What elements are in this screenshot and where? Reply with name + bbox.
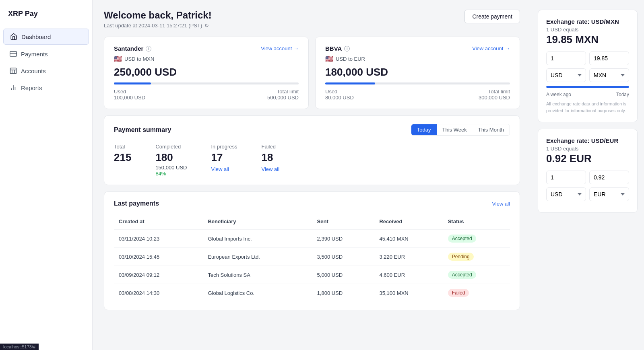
tab-this-month[interactable]: This Month xyxy=(473,124,510,135)
welcome-title: Welcome back, Patrick! xyxy=(104,10,212,21)
cell-received: 3,220 EUR xyxy=(374,248,443,266)
stat-inprogress-value: 17 xyxy=(211,151,237,164)
sidebar-item-reports-label: Reports xyxy=(21,84,42,91)
card-header-bbva: BBVA i View account → xyxy=(325,45,510,52)
exchange-title-usd-eur: Exchange rate: USD/EUR xyxy=(546,137,629,144)
exchange-from-select-usd-eur[interactable]: USD EUR MXN xyxy=(546,187,586,201)
payment-summary-header: Payment summary Today This Week This Mon… xyxy=(114,124,510,136)
sidebar-item-accounts[interactable]: Accounts xyxy=(3,63,89,78)
cell-created-at: 03/10/2024 15:45 xyxy=(114,248,203,266)
account-card-bbva: BBVA i View account → 🇺🇸 USD to EUR 180,… xyxy=(315,37,520,109)
sidebar: XRP Pay Dashboard Payments Accounts Repo… xyxy=(0,0,93,350)
status-badge: Accepted xyxy=(448,235,476,243)
right-panel: Exchange rate: USD/MXN 1 USD equals 19.8… xyxy=(531,0,644,350)
flag-bbva: 🇺🇸 xyxy=(325,55,333,63)
tab-today[interactable]: Today xyxy=(411,124,437,135)
cell-received: 45,410 MXN xyxy=(374,230,443,248)
cell-received: 35,100 MXN xyxy=(374,284,443,302)
stat-failed-value: 18 xyxy=(262,151,280,164)
chart-label-right-usd-mxn: Today xyxy=(616,92,629,97)
account-amount-santander: 250,000 USD xyxy=(114,66,299,78)
sidebar-item-reports[interactable]: Reports xyxy=(3,80,89,95)
view-all-inprogress[interactable]: View all xyxy=(211,166,237,172)
create-payment-button[interactable]: Create payment xyxy=(464,10,520,23)
credit-card-icon xyxy=(10,50,17,58)
cell-beneficiary: European Exports Ltd. xyxy=(203,248,312,266)
flag-santander: 🇺🇸 xyxy=(114,55,122,63)
bank-name-santander: Santander i xyxy=(114,45,151,52)
exchange-inputs-usd-mxn: USD EUR MXN MXN USD EUR xyxy=(546,51,629,82)
status-bar-text: localhost:5173/# xyxy=(3,344,35,349)
exchange-rate-usd-eur: 0.92 EUR xyxy=(546,152,629,165)
sidebar-item-payments-label: Payments xyxy=(21,51,48,58)
cell-status: Failed xyxy=(443,284,510,302)
sidebar-item-accounts-label: Accounts xyxy=(21,68,46,74)
progress-bar-santander xyxy=(114,82,299,84)
header-left: Welcome back, Patrick! Last update at 20… xyxy=(104,10,212,29)
building-icon xyxy=(10,67,17,74)
stat-failed-label: Failed xyxy=(262,144,280,150)
exchange-to-select-usd-eur[interactable]: EUR USD MXN xyxy=(589,187,629,201)
last-payments-section: Last payments View all Created at Benefi… xyxy=(104,191,520,310)
cell-status: Accepted xyxy=(443,266,510,284)
view-account-bbva[interactable]: View account → xyxy=(472,45,510,51)
info-icon-bbva[interactable]: i xyxy=(344,46,350,51)
exchange-to-input-usd-mxn[interactable] xyxy=(589,51,629,65)
cell-sent: 3,500 USD xyxy=(312,248,375,266)
sidebar-item-payments[interactable]: Payments xyxy=(3,46,89,62)
stat-total-label: Total xyxy=(114,144,131,150)
stat-inprogress-label: In progress xyxy=(211,144,237,150)
stat-inprogress: In progress 17 View all xyxy=(211,144,237,177)
sidebar-item-dashboard-label: Dashboard xyxy=(21,33,51,40)
stat-failed: Failed 18 View all xyxy=(262,144,280,177)
view-account-santander[interactable]: View account → xyxy=(261,45,299,51)
account-amount-bbva: 180,000 USD xyxy=(325,66,510,78)
svg-rect-2 xyxy=(10,68,17,74)
svg-rect-0 xyxy=(10,51,17,56)
view-all-payments[interactable]: View all xyxy=(492,201,510,207)
summary-stats: Total 215 Completed 180 150,000 USD 84% … xyxy=(114,144,510,177)
table-row: 03/08/2024 14:30 Global Logistics Co. 1,… xyxy=(114,284,510,302)
payments-table-body: 03/11/2024 10:23 Global Imports Inc. 2,3… xyxy=(114,230,510,302)
progress-bar-bbva xyxy=(325,82,510,84)
home-icon xyxy=(10,33,17,40)
view-all-failed[interactable]: View all xyxy=(262,166,280,172)
exchange-to-input-usd-eur[interactable] xyxy=(589,171,629,184)
exchange-inputs-usd-eur: USD EUR MXN EUR USD MXN xyxy=(546,171,629,201)
chart-label-left-usd-mxn: A week ago xyxy=(546,92,571,97)
chart-bar-icon xyxy=(10,84,17,91)
status-badge: Pending xyxy=(448,253,474,261)
cell-status: Pending xyxy=(443,248,510,266)
cell-beneficiary: Global Imports Inc. xyxy=(203,230,312,248)
period-tab-group: Today This Week This Month xyxy=(411,124,510,136)
stat-completed-value: 180 xyxy=(155,151,187,164)
sidebar-item-dashboard[interactable]: Dashboard xyxy=(3,29,89,45)
stat-completed-label: Completed xyxy=(155,144,187,150)
col-sent: Sent xyxy=(312,215,375,230)
cell-received: 4,600 EUR xyxy=(374,266,443,284)
status-bar: localhost:5173/# xyxy=(0,344,39,350)
stat-completed-pct: 84% xyxy=(155,171,187,177)
exchange-from-input-usd-eur[interactable] xyxy=(546,171,586,184)
stat-total: Total 215 xyxy=(114,144,131,177)
tab-this-week[interactable]: This Week xyxy=(437,124,473,135)
cell-created-at: 03/11/2024 10:23 xyxy=(114,230,203,248)
table-row: 03/11/2024 10:23 Global Imports Inc. 2,3… xyxy=(114,230,510,248)
app-logo: XRP Pay xyxy=(0,6,92,28)
exchange-from-input-usd-mxn[interactable] xyxy=(546,51,586,65)
card-header-santander: Santander i View account → xyxy=(114,45,299,52)
cell-beneficiary: Global Logistics Co. xyxy=(203,284,312,302)
table-row: 03/09/2024 09:12 Tech Solutions SA 5,000… xyxy=(114,266,510,284)
status-badge: Accepted xyxy=(448,271,476,279)
last-payments-title: Last payments xyxy=(114,200,159,207)
exchange-to-select-usd-mxn[interactable]: MXN USD EUR xyxy=(589,68,629,82)
exchange-from-select-usd-mxn[interactable]: USD EUR MXN xyxy=(546,68,586,82)
refresh-icon[interactable]: ↻ xyxy=(204,23,209,29)
exchange-disclaimer-usd-mxn: All exchange rate data and information i… xyxy=(546,101,629,114)
progress-fill-bbva xyxy=(325,82,375,84)
payment-summary-section: Payment summary Today This Week This Mon… xyxy=(104,115,520,185)
cell-status: Accepted xyxy=(443,230,510,248)
cell-created-at: 03/09/2024 09:12 xyxy=(114,266,203,284)
exchange-title-usd-mxn: Exchange rate: USD/MXN xyxy=(546,18,629,25)
info-icon-santander[interactable]: i xyxy=(146,46,151,51)
